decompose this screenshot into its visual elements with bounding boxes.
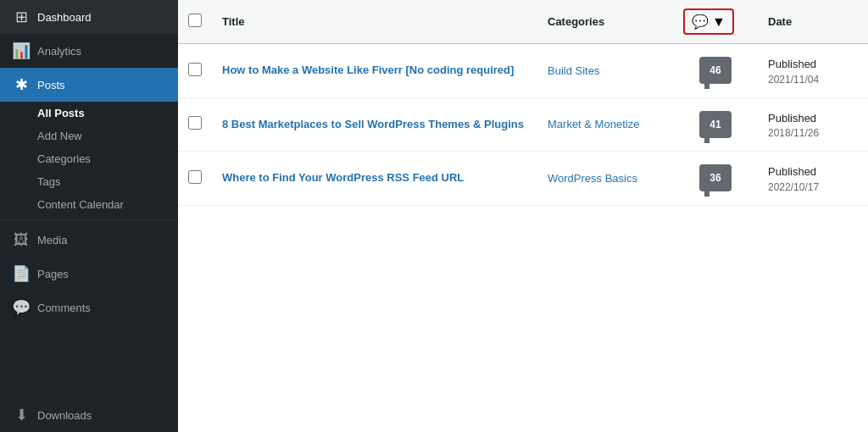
analytics-icon: 📊: [12, 42, 31, 60]
pages-icon: 📄: [12, 264, 31, 283]
th-categories: Categories: [537, 0, 673, 44]
sidebar-item-analytics[interactable]: 📊 Analytics: [0, 34, 178, 68]
downloads-icon: ⬇: [12, 406, 31, 424]
sidebar-item-label: Comments: [37, 302, 91, 314]
row-checkbox-cell: [178, 152, 212, 206]
row-checkbox-cell: [178, 97, 212, 152]
comment-sort-button[interactable]: 💬 ▼: [683, 8, 734, 35]
sidebar-item-label: Posts: [37, 79, 65, 91]
table-row: How to Make a Website Like Fiverr [No co…: [178, 44, 868, 98]
post-title-link[interactable]: How to Make a Website Like Fiverr [No co…: [222, 63, 527, 78]
post-date-cell: Published 2022/10/17: [758, 152, 868, 206]
sidebar-item-pages[interactable]: 📄 Pages: [0, 257, 178, 291]
post-comments-cell: 41: [673, 97, 758, 152]
table-row: Where to Find Your WordPress RSS Feed UR…: [178, 152, 868, 206]
table-row: 8 Best Marketplaces to Sell WordPress Th…: [178, 97, 868, 152]
content-area: Title Categories 💬 ▼ Date: [178, 0, 868, 432]
submenu-content-calendar[interactable]: Content Calendar: [0, 193, 178, 216]
date-status: Published: [768, 112, 816, 125]
submenu-all-posts[interactable]: All Posts: [0, 102, 178, 125]
date-status: Published: [768, 165, 816, 178]
submenu-add-new[interactable]: Add New: [0, 125, 178, 147]
post-comments-cell: 46: [673, 44, 758, 98]
post-title-cell: How to Make a Website Like Fiverr [No co…: [212, 44, 537, 98]
main-content: Title Categories 💬 ▼ Date: [178, 0, 868, 432]
date-status: Published: [768, 58, 816, 70]
post-category-cell: Build Sites: [537, 44, 673, 98]
posts-icon: ✱: [12, 75, 31, 94]
comment-badge[interactable]: 36: [699, 164, 732, 191]
media-icon: 🖼: [12, 231, 31, 249]
th-title[interactable]: Title: [212, 0, 537, 44]
post-category-cell: Market & Monetize: [537, 97, 673, 152]
post-comments-cell: 36: [673, 152, 758, 206]
sidebar-item-downloads[interactable]: ⬇ Downloads: [0, 398, 178, 432]
sidebar-item-comments[interactable]: 💬 Comments: [0, 291, 178, 324]
comment-badge[interactable]: 46: [699, 57, 732, 84]
post-date-cell: Published 2021/11/04: [758, 44, 868, 98]
date-value: 2021/11/04: [768, 74, 819, 86]
th-date[interactable]: Date: [758, 0, 868, 44]
date-value: 2022/10/17: [768, 181, 819, 193]
category-link[interactable]: WordPress Basics: [548, 172, 637, 185]
sidebar-item-label: Downloads: [37, 409, 92, 422]
sidebar-item-label: Pages: [37, 268, 69, 280]
sidebar-item-label: Media: [37, 234, 67, 246]
comments-icon: 💬: [12, 298, 31, 317]
sidebar-item-posts[interactable]: ✱ Posts: [0, 68, 178, 102]
row-checkbox[interactable]: [188, 116, 202, 130]
comment-badge[interactable]: 41: [699, 111, 732, 138]
post-title-link[interactable]: Where to Find Your WordPress RSS Feed UR…: [222, 170, 527, 186]
posts-submenu: All Posts Add New Categories Tags Conten…: [0, 102, 178, 216]
sidebar-item-label: Analytics: [37, 45, 81, 58]
th-comments: 💬 ▼: [673, 0, 758, 44]
row-checkbox[interactable]: [188, 63, 202, 76]
category-link[interactable]: Market & Monetize: [548, 118, 639, 130]
post-date-cell: Published 2018/11/26: [758, 97, 868, 152]
submenu-categories[interactable]: Categories: [0, 147, 178, 170]
th-checkbox: [178, 0, 212, 44]
date-value: 2018/11/26: [768, 127, 819, 139]
comment-sort-icon: 💬: [692, 14, 709, 30]
row-checkbox-cell: [178, 44, 212, 98]
sidebar-item-label: Dashboard: [37, 11, 92, 24]
row-checkbox[interactable]: [188, 170, 202, 184]
submenu-tags[interactable]: Tags: [0, 170, 178, 193]
post-title-cell: Where to Find Your WordPress RSS Feed UR…: [212, 152, 537, 206]
sidebar: ⊞ Dashboard 📊 Analytics ✱ Posts All Post…: [0, 0, 178, 432]
divider: [0, 219, 178, 220]
posts-table: Title Categories 💬 ▼ Date: [178, 0, 868, 206]
sidebar-item-dashboard[interactable]: ⊞ Dashboard: [0, 0, 178, 34]
table-header: Title Categories 💬 ▼ Date: [178, 0, 868, 44]
post-title-cell: 8 Best Marketplaces to Sell WordPress Th…: [212, 97, 537, 152]
select-all-checkbox[interactable]: [188, 14, 202, 27]
sidebar-item-media[interactable]: 🖼 Media: [0, 224, 178, 257]
sort-arrow: ▼: [712, 14, 726, 30]
post-title-link[interactable]: 8 Best Marketplaces to Sell WordPress Th…: [222, 117, 527, 132]
post-category-cell: WordPress Basics: [537, 152, 673, 206]
category-link[interactable]: Build Sites: [548, 64, 599, 77]
dashboard-icon: ⊞: [12, 8, 31, 26]
